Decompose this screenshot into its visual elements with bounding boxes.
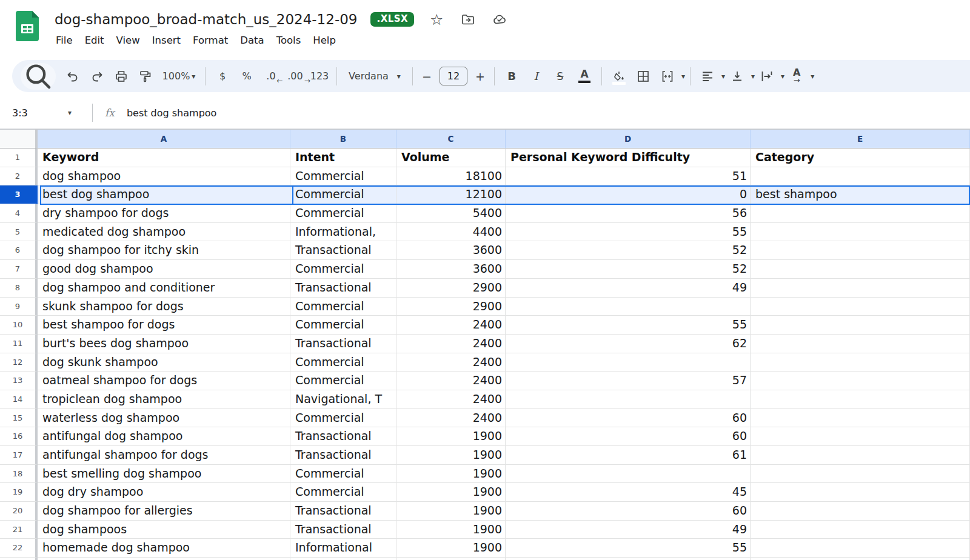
cell[interactable]: 3600 xyxy=(396,260,506,279)
cell[interactable]: Transactional xyxy=(290,521,396,539)
cell[interactable]: Commercial xyxy=(290,372,396,390)
cell[interactable]: 5400 xyxy=(396,204,506,223)
row-header[interactable]: 22 xyxy=(0,539,38,558)
cell[interactable] xyxy=(506,558,751,560)
cell[interactable]: Volume xyxy=(396,148,506,167)
cell[interactable]: Commercial xyxy=(290,185,396,204)
row-header[interactable]: 17 xyxy=(0,446,38,465)
cell[interactable]: 52 xyxy=(506,260,751,279)
cell[interactable]: Commercial xyxy=(290,298,396,316)
cell[interactable] xyxy=(506,298,751,316)
cell[interactable]: 2400 xyxy=(396,353,506,372)
row-header[interactable]: 2 xyxy=(0,167,38,186)
formula-input[interactable]: best dog shampoo xyxy=(127,107,216,119)
row-header[interactable]: 6 xyxy=(0,241,38,260)
cell[interactable]: Commercial xyxy=(290,260,396,279)
cell[interactable]: waterless dog shampoo xyxy=(38,409,290,428)
cell[interactable] xyxy=(751,521,970,539)
cell[interactable] xyxy=(751,279,970,298)
cell[interactable]: 61 xyxy=(506,446,751,465)
cell[interactable]: burt's bees dog shampoo xyxy=(38,335,290,353)
cell[interactable]: skunk shampoo for dogs xyxy=(38,298,290,316)
cell[interactable]: Transactional xyxy=(290,502,396,521)
cell[interactable]: antifungal shampoo for dogs xyxy=(38,446,290,465)
cell[interactable]: 4400 xyxy=(396,223,506,242)
cell[interactable]: medicated dog shampoo xyxy=(38,223,290,242)
cell[interactable] xyxy=(751,335,970,353)
cell[interactable] xyxy=(506,465,751,484)
cell[interactable]: 49 xyxy=(506,521,751,539)
cell[interactable]: Transactional xyxy=(290,241,396,260)
cell[interactable] xyxy=(290,558,396,560)
cell[interactable]: 45 xyxy=(506,483,751,502)
cell[interactable]: best shampoo for dogs xyxy=(38,316,290,335)
row-header[interactable]: 9 xyxy=(0,298,38,316)
cell[interactable]: homemade dog shampoo xyxy=(38,539,290,558)
row-header[interactable]: 19 xyxy=(0,483,38,502)
cell[interactable] xyxy=(751,298,970,316)
cell[interactable]: 57 xyxy=(506,372,751,390)
menu-item-tools[interactable]: Tools xyxy=(270,33,307,48)
document-title[interactable]: dog-shampoo_broad-match_us_2024-12-09 xyxy=(55,12,357,27)
cell[interactable]: best shampoo xyxy=(751,185,970,204)
cell[interactable]: Transactional xyxy=(290,335,396,353)
cell[interactable]: 55 xyxy=(506,223,751,242)
cell[interactable] xyxy=(751,427,970,446)
font-selector[interactable]: Verdana▾ xyxy=(342,65,407,88)
cell[interactable]: dog shampoo xyxy=(38,167,290,186)
cell[interactable]: 2400 xyxy=(396,409,506,428)
italic-button[interactable]: I xyxy=(524,65,548,88)
cell[interactable] xyxy=(751,316,970,335)
cell[interactable]: 3600 xyxy=(396,241,506,260)
cell[interactable]: 1900 xyxy=(396,502,506,521)
menu-item-format[interactable]: Format xyxy=(187,33,234,48)
search-button[interactable] xyxy=(21,63,56,90)
row-header[interactable]: 13 xyxy=(0,372,38,390)
cell[interactable]: Informational, xyxy=(290,223,396,242)
merge-cells-button[interactable] xyxy=(655,65,680,88)
cell[interactable]: 1900 xyxy=(396,521,506,539)
currency-format-button[interactable]: $ xyxy=(210,65,235,88)
cell[interactable]: Commercial xyxy=(290,204,396,223)
chevron-down-icon[interactable]: ▾ xyxy=(68,108,92,117)
cell[interactable]: Intent xyxy=(290,148,396,167)
name-box[interactable]: 3:3 xyxy=(0,107,68,119)
row-header[interactable]: 3 xyxy=(0,185,38,204)
menu-item-data[interactable]: Data xyxy=(234,33,270,48)
vertical-align-button[interactable] xyxy=(725,65,749,88)
cell[interactable]: Commercial xyxy=(290,465,396,484)
cell[interactable]: 2400 xyxy=(396,316,506,335)
cell[interactable]: Informational xyxy=(290,539,396,558)
bold-button[interactable]: B xyxy=(500,65,524,88)
text-wrapping-button[interactable] xyxy=(755,65,779,88)
row-header[interactable]: 4 xyxy=(0,204,38,223)
cell[interactable] xyxy=(396,558,506,560)
more-formats-button[interactable]: 123 xyxy=(307,65,332,88)
column-header-B[interactable]: B xyxy=(290,130,396,148)
cell[interactable] xyxy=(751,372,970,390)
column-header-D[interactable]: D xyxy=(506,130,751,148)
cell[interactable] xyxy=(751,465,970,484)
print-button[interactable] xyxy=(109,65,133,88)
row-header[interactable] xyxy=(0,558,38,560)
cell[interactable]: 60 xyxy=(506,409,751,428)
cell[interactable] xyxy=(751,539,970,558)
cell[interactable] xyxy=(751,390,970,409)
menu-item-view[interactable]: View xyxy=(110,33,146,48)
cell[interactable] xyxy=(38,558,290,560)
cell[interactable]: dog shampoo for allergies xyxy=(38,502,290,521)
row-header[interactable]: 8 xyxy=(0,279,38,298)
cell[interactable]: 1900 xyxy=(396,446,506,465)
cell[interactable]: Commercial xyxy=(290,409,396,428)
cell[interactable]: 2400 xyxy=(396,372,506,390)
cell[interactable]: 2400 xyxy=(396,335,506,353)
cell[interactable]: 1900 xyxy=(396,483,506,502)
cell[interactable]: Commercial xyxy=(290,316,396,335)
cell[interactable]: good dog shampoo xyxy=(38,260,290,279)
cell[interactable]: Commercial xyxy=(290,353,396,372)
menu-item-edit[interactable]: Edit xyxy=(79,33,110,48)
row-header[interactable]: 1 xyxy=(0,148,38,167)
row-header[interactable]: 21 xyxy=(0,521,38,539)
menu-item-help[interactable]: Help xyxy=(307,33,342,48)
cell[interactable] xyxy=(751,241,970,260)
